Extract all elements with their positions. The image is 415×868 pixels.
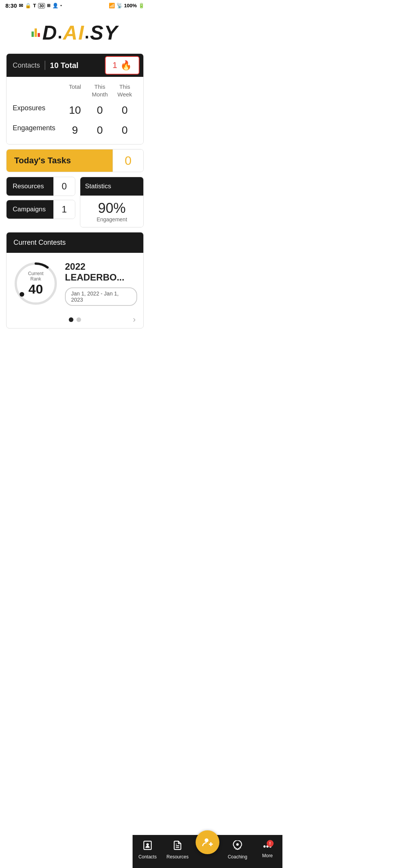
rank-circle: Current Rank 40 (13, 261, 59, 307)
logo-chart-icon (32, 28, 40, 37)
resources-card[interactable]: Resources 0 (6, 177, 75, 196)
engagements-label: Engagements (13, 124, 63, 136)
status-30: 30 (38, 3, 45, 8)
resources-label-area: Resources (7, 177, 53, 196)
resources-label: Resources (13, 183, 44, 190)
wifi-icon: 📶 (109, 3, 115, 8)
status-left: 8:30 ✉ 🔒 T 30 ⊞ 👤 • (5, 2, 62, 9)
status-avatar: 👤 (52, 3, 58, 8)
contest-dates: Jan 1, 2022 - Jan 1, 2023 (65, 287, 137, 306)
stats-header-row: Total ThisMonth ThisWeek (13, 83, 137, 98)
logo-dot1: . (58, 23, 63, 42)
campaigns-count: 1 (62, 204, 67, 215)
col-month: ThisMonth (87, 83, 112, 98)
logo-d: D (42, 21, 58, 44)
contacts-divider (45, 61, 45, 70)
pagination-dots (69, 317, 81, 322)
contacts-header: Contacts 10 Total 1 🔥 (7, 54, 143, 77)
exposures-label: Exposures (13, 104, 63, 116)
tasks-label-area: Today's Tasks (7, 149, 113, 172)
contacts-label: Contacts (13, 61, 40, 70)
resources-count-area: 0 (53, 177, 75, 196)
statistics-percentage: 90% (98, 200, 126, 216)
statistics-body: 90% Engagement (80, 196, 143, 227)
rank-label: Current Rank (24, 271, 47, 282)
stats-table: Total ThisMonth ThisWeek Exposures 10 0 … (7, 77, 143, 144)
contests-footer: › (7, 313, 143, 328)
status-qr: ⊞ (47, 3, 50, 8)
resources-count: 0 (62, 181, 67, 192)
contests-header: Current Contests (7, 232, 143, 253)
engagements-total: 9 (63, 124, 88, 136)
contests-card[interactable]: Current Contests Current Rank 40 2022 LE… (6, 232, 144, 329)
contest-info: 2022 LEADERBO... Jan 1, 2022 - Jan 1, 20… (65, 261, 137, 306)
status-lock-icon: 🔒 (25, 3, 31, 8)
left-col: Resources 0 Campaigns 1 (6, 177, 75, 227)
statistics-label: Statistics (85, 183, 111, 190)
main-content: Contacts 10 Total 1 🔥 Total ThisMonth Th… (0, 53, 150, 368)
logo-ai: AI (63, 21, 85, 44)
fire-count: 1 (113, 60, 117, 70)
fire-badge[interactable]: 1 🔥 (105, 56, 139, 75)
statistics-sub-label: Engagement (96, 216, 127, 222)
contacts-total: 10 Total (50, 61, 78, 70)
tasks-label: Today's Tasks (14, 156, 71, 165)
status-time: 8:30 (5, 2, 17, 9)
engagements-month: 0 (87, 124, 112, 136)
col-total: Total (63, 83, 88, 98)
resources-statistics-row: Resources 0 Campaigns 1 Statistics 90% (6, 177, 144, 227)
engagements-row: Engagements 9 0 0 (13, 124, 137, 136)
logo-dot2: . (85, 23, 90, 42)
col-empty (13, 83, 63, 98)
dot-2 (76, 317, 81, 322)
tasks-count-area: 0 (113, 149, 143, 172)
contacts-title-area: Contacts 10 Total (7, 55, 105, 75)
logo-area: D . AI . SY (0, 10, 150, 53)
fire-icon: 🔥 (120, 60, 132, 71)
app-logo: D . AI . SY (32, 21, 118, 44)
svg-point-3 (20, 292, 24, 297)
campaigns-count-area: 1 (53, 200, 75, 219)
status-mail-icon: ✉ (19, 3, 23, 8)
exposures-week: 0 (112, 104, 137, 116)
exposures-month: 0 (87, 104, 112, 116)
tasks-count: 0 (125, 154, 132, 168)
exposures-total: 10 (63, 104, 88, 116)
rank-number: 40 (28, 282, 43, 296)
contest-title: 2022 LEADERBO... (65, 261, 137, 283)
battery-text: 100% (124, 3, 137, 8)
campaigns-label-area: Campaigns (7, 200, 53, 219)
status-dot: • (60, 3, 62, 8)
statistics-card[interactable]: Statistics 90% Engagement (80, 177, 144, 227)
statistics-header: Statistics (80, 177, 143, 196)
logo-sy: SY (90, 21, 118, 44)
contests-body: Current Rank 40 2022 LEADERBO... Jan 1, … (7, 253, 143, 313)
status-right: 📶 📡 100% 🔋 (109, 3, 144, 8)
contacts-card[interactable]: Contacts 10 Total 1 🔥 Total ThisMonth Th… (6, 53, 144, 144)
chevron-right-icon[interactable]: › (133, 315, 136, 325)
todays-tasks-card[interactable]: Today's Tasks 0 (6, 149, 144, 172)
dot-1 (69, 317, 73, 322)
engagements-week: 0 (112, 124, 137, 136)
battery-icon: 🔋 (138, 3, 144, 8)
campaigns-card[interactable]: Campaigns 1 (6, 200, 75, 219)
contests-header-label: Current Contests (13, 239, 66, 246)
exposures-row: Exposures 10 0 0 (13, 104, 137, 116)
status-carrier: T (33, 3, 36, 8)
status-bar: 8:30 ✉ 🔒 T 30 ⊞ 👤 • 📶 📡 100% 🔋 (0, 0, 150, 10)
signal-icon: 📡 (116, 3, 123, 8)
campaigns-label: Campaigns (13, 206, 46, 213)
col-week: ThisWeek (112, 83, 137, 98)
rank-inner: Current Rank 40 (24, 271, 47, 297)
